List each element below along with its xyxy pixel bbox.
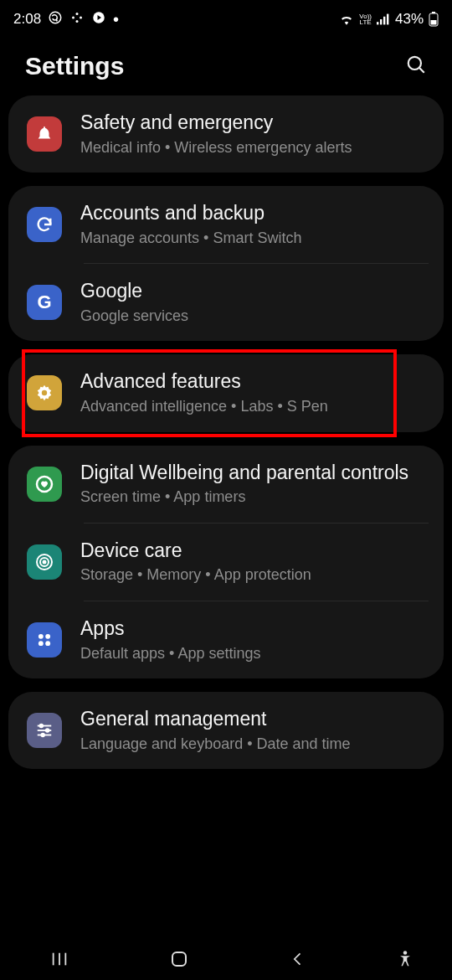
svg-point-18 [42,390,47,395]
settings-item-text: Safety and emergencyMedical info • Wirel… [80,111,429,157]
settings-item-subtitle: Storage • Memory • App protection [80,565,429,585]
settings-item-title: General management [80,707,429,731]
svg-rect-7 [380,19,382,24]
google-icon: G [27,285,62,320]
settings-item-title: Apps [80,616,429,641]
header: Settings [0,34,452,95]
settings-item-subtitle: Medical info • Wireless emergency alerts [80,138,429,157]
gear-icon [27,375,62,410]
svg-point-13 [408,57,421,70]
svg-point-32 [41,734,44,737]
svg-line-14 [419,68,424,73]
settings-group: Safety and emergencyMedical info • Wirel… [8,95,444,173]
settings-item-text: Device careStorage • Memory • App protec… [80,539,429,585]
settings-item-title: Advanced features [80,369,429,394]
page-title: Settings [25,52,124,80]
svg-rect-36 [172,952,186,966]
settings-item-google[interactable]: GGoogleGoogle services [8,264,444,341]
settings-item-subtitle: Default apps • App settings [80,644,429,663]
settings-item-general[interactable]: General managementLanguage and keyboard … [8,692,444,769]
svg-rect-1 [72,16,74,18]
grid-icon [27,622,62,658]
android-navbar [0,938,452,980]
recents-button[interactable] [26,942,93,976]
status-right: Vo)) LTE 43% [339,11,439,28]
more-notif-dot: • [113,11,119,28]
svg-rect-12 [431,20,437,25]
svg-rect-2 [76,13,79,15]
settings-item-title: Accounts and backup [80,201,429,225]
settings-item-title: Digital Wellbeing and parental controls [80,461,429,485]
signal-icon [377,13,390,25]
svg-point-31 [46,729,49,732]
svg-point-30 [40,725,44,728]
sync-icon [27,207,62,242]
settings-item-text: AppsDefault apps • App settings [80,616,429,663]
status-time: 2:08 [13,11,41,28]
status-left: 2:08 • [13,10,119,29]
svg-rect-15 [44,131,45,135]
battery-icon [429,12,439,27]
settings-item-apps[interactable]: AppsDefault apps • App settings [8,601,444,678]
status-bar: 2:08 • Vo)) LTE 43% [0,0,452,34]
settings-item-title: Device care [80,539,429,563]
back-button[interactable] [265,942,331,976]
svg-point-37 [403,951,408,955]
svg-point-22 [44,560,46,563]
svg-point-25 [39,641,44,646]
battery-percent: 43% [395,11,424,28]
sliders-icon [27,713,62,748]
settings-item-subtitle: Language and keyboard • Date and time [80,735,429,754]
svg-rect-9 [387,14,388,25]
search-icon[interactable] [405,54,427,79]
settings-item-subtitle: Manage accounts • Smart Switch [80,229,429,248]
target-icon [27,544,62,580]
play-icon [91,10,106,29]
settings-item-subtitle: Screen time • App timers [80,487,429,507]
alert-icon [27,116,62,152]
svg-point-0 [49,12,61,23]
settings-item-subtitle: Google services [80,307,429,326]
settings-group: Accounts and backupManage accounts • Sma… [8,186,444,341]
svg-point-26 [45,641,50,646]
settings-item-text: GoogleGoogle services [80,279,429,326]
settings-item-devicecare[interactable]: Device careStorage • Memory • App protec… [8,524,444,601]
settings-item-title: Google [80,279,429,303]
svg-rect-6 [377,22,378,24]
settings-item-accounts[interactable]: Accounts and backupManage accounts • Sma… [8,186,444,263]
accessibility-button[interactable] [384,942,426,976]
settings-item-text: Digital Wellbeing and parental controlsS… [80,461,429,508]
settings-item-title: Safety and emergency [80,111,429,135]
svg-rect-16 [44,137,45,138]
settings-item-text: Advanced featuresAdvanced intelligence •… [80,369,429,416]
settings-list: Safety and emergencyMedical info • Wirel… [0,95,452,769]
svg-rect-8 [383,17,385,25]
svg-rect-4 [76,20,79,23]
settings-item-wellbeing[interactable]: Digital Wellbeing and parental controlsS… [8,446,444,523]
volte-icon: Vo)) LTE [359,13,372,25]
settings-group: Advanced featuresAdvanced intelligence •… [8,354,444,431]
svg-rect-11 [432,12,435,13]
svg-point-23 [39,634,44,639]
svg-rect-3 [80,16,82,18]
whatsapp-icon [48,10,63,29]
heart-icon [27,467,62,502]
home-button[interactable] [146,942,213,976]
slack-icon [69,10,85,29]
settings-group: General managementLanguage and keyboard … [8,692,444,769]
svg-point-24 [45,634,50,639]
settings-item-safety[interactable]: Safety and emergencyMedical info • Wirel… [8,95,444,173]
settings-item-advanced[interactable]: Advanced featuresAdvanced intelligence •… [8,354,444,431]
settings-group: Digital Wellbeing and parental controlsS… [8,446,444,678]
settings-item-text: Accounts and backupManage accounts • Sma… [80,201,429,248]
wifi-icon [339,13,354,25]
settings-item-text: General managementLanguage and keyboard … [80,707,429,754]
settings-item-subtitle: Advanced intelligence • Labs • S Pen [80,397,429,416]
